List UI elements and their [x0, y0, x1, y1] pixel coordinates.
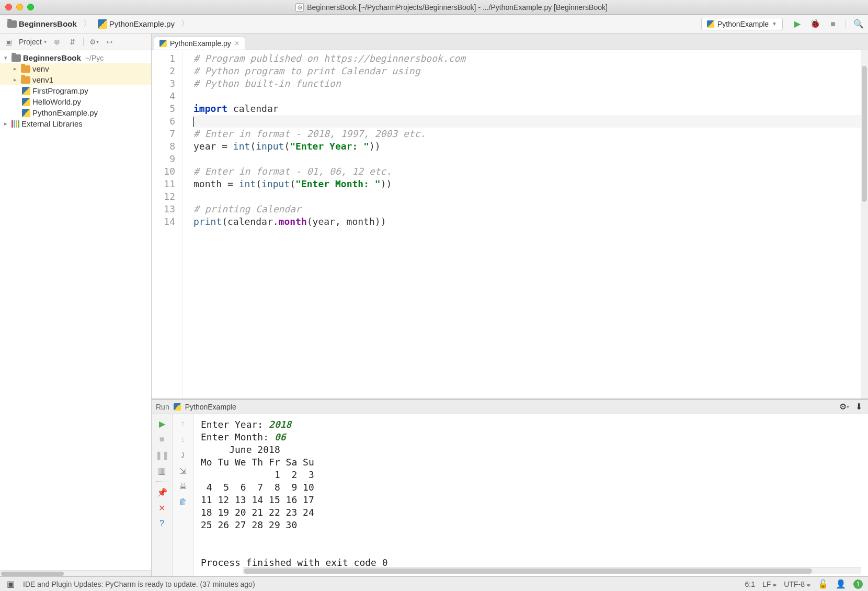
rerun-button[interactable]: ▶ [157, 418, 167, 429]
project-tool-window: ▣ Project▾ ⊕ ⇵ ⚙▾ ↦ ▾ BeginnersBook ~/Py… [0, 33, 152, 576]
editor-tab-pythonexample[interactable]: PythonExample.py ✕ [154, 37, 245, 50]
scroll-from-source-icon[interactable]: ⊕ [52, 37, 62, 47]
run-config-name: PythonExample [717, 20, 769, 28]
tree-folder-venv[interactable]: ▸ venv [0, 63, 151, 74]
titlebar: ◎ BeginnersBook [~/PycharmProjects/Begin… [0, 0, 868, 15]
breadcrumb-project-label: BeginnersBook [19, 19, 77, 28]
tree-external-libraries[interactable]: ▸ External Libraries [0, 118, 151, 129]
window-controls [5, 4, 34, 10]
layout-button[interactable]: ▥ [157, 465, 167, 476]
python-file-icon [159, 40, 167, 47]
python-file-icon [174, 403, 181, 411]
collapse-all-icon[interactable]: ⇵ [67, 37, 78, 47]
lock-icon[interactable]: 🔓 [818, 579, 828, 589]
editor-tab-label: PythonExample.py [170, 39, 231, 48]
run-header-label: Run [156, 403, 169, 411]
up-arrow-icon[interactable]: ↑ [178, 418, 188, 429]
caret-position[interactable]: 6:1 [745, 580, 755, 588]
code-editor[interactable]: 1234567891011121314 # Program published … [152, 50, 868, 399]
breadcrumb-file[interactable]: PythonExample.py [95, 18, 178, 30]
run-header: Run PythonExample ⚙▾ ⬇ [152, 400, 868, 414]
download-icon[interactable]: ⬇ [853, 402, 864, 412]
close-icon[interactable]: ✕ [157, 503, 167, 513]
trash-icon[interactable]: 🗑 [178, 497, 188, 507]
file-encoding[interactable]: UTF-8≑ [784, 580, 810, 588]
maximize-window-button[interactable] [27, 4, 34, 10]
main-area: ▣ Project▾ ⊕ ⇵ ⚙▾ ↦ ▾ BeginnersBook ~/Py… [0, 33, 868, 576]
breadcrumb-separator: 〉 [181, 18, 189, 29]
project-header-label[interactable]: Project▾ [19, 38, 47, 46]
project-view-icon[interactable]: ▣ [3, 37, 14, 47]
gear-icon[interactable]: ⚙▾ [89, 37, 99, 47]
line-separator[interactable]: LF≑ [762, 580, 776, 588]
editor-area: PythonExample.py ✕ 1234567891011121314 #… [152, 33, 868, 399]
line-gutter[interactable]: 1234567891011121314 [152, 50, 183, 399]
python-file-icon [22, 98, 30, 106]
inspector-icon[interactable]: 👤 [836, 579, 846, 589]
expand-arrow-icon[interactable]: ▸ [2, 120, 9, 127]
folder-icon [21, 65, 30, 73]
project-header: ▣ Project▾ ⊕ ⇵ ⚙▾ ↦ [0, 33, 151, 50]
status-bar: ▣ IDE and Plugin Updates: PyCharm is rea… [0, 576, 868, 591]
close-tab-icon[interactable]: ✕ [234, 40, 239, 47]
expand-arrow-icon[interactable]: ▾ [2, 54, 9, 61]
text-cursor [193, 117, 194, 127]
run-tool-window: Run PythonExample ⚙▾ ⬇ ▶ ■ ❚❚ ▥ 📌 ✕ ? [152, 399, 868, 576]
tree-file-firstprogram[interactable]: FirstProgram.py [0, 85, 151, 96]
search-everywhere-button[interactable]: 🔍 [853, 19, 864, 29]
folder-icon [21, 76, 30, 84]
soft-wrap-icon[interactable]: ⤸ [178, 450, 188, 460]
breadcrumb-separator: 〉 [83, 18, 92, 29]
event-log-badge[interactable]: 1 [853, 579, 863, 589]
sidebar-horizontal-scrollbar[interactable] [0, 570, 151, 576]
pause-button[interactable]: ❚❚ [157, 450, 167, 460]
tree-root[interactable]: ▾ BeginnersBook ~/Pyc [0, 52, 151, 63]
breadcrumb-file-label: PythonExample.py [109, 19, 175, 28]
code-content[interactable]: # Program published on https://beginners… [183, 50, 861, 399]
window-title: ◎ BeginnersBook [~/PycharmProjects/Begin… [40, 3, 863, 12]
navigation-bar: BeginnersBook 〉 PythonExample.py 〉 Pytho… [0, 15, 868, 33]
editor-vertical-scrollbar[interactable] [861, 50, 868, 399]
console-horizontal-scrollbar[interactable] [243, 567, 861, 574]
scroll-to-end-icon[interactable]: ⇲ [178, 465, 188, 476]
help-icon[interactable]: ? [157, 518, 167, 529]
console-output[interactable]: Enter Year: 2018 Enter Month: 06 June 20… [193, 414, 868, 567]
stop-button[interactable]: ■ [828, 19, 838, 29]
run-config-name: PythonExample [185, 403, 236, 411]
python-file-icon [98, 19, 107, 29]
expand-arrow-icon[interactable]: ▸ [12, 76, 19, 83]
breadcrumb-project[interactable]: BeginnersBook [4, 18, 80, 29]
expand-arrow-icon[interactable]: ▸ [12, 65, 19, 72]
gear-icon[interactable]: ⚙▾ [839, 402, 849, 412]
run-configuration-selector[interactable]: PythonExample ▼ [701, 18, 783, 30]
project-tree[interactable]: ▾ BeginnersBook ~/Pyc ▸ venv ▸ venv1 Fir… [0, 50, 151, 570]
print-icon[interactable]: 🖶 [178, 481, 188, 492]
debug-button[interactable]: 🐞 [810, 19, 820, 29]
tree-file-pythonexample[interactable]: PythonExample.py [0, 107, 151, 118]
python-file-icon [22, 87, 30, 95]
run-button[interactable]: ▶ [792, 19, 803, 29]
stop-button[interactable]: ■ [157, 434, 167, 445]
chevron-down-icon: ▼ [772, 21, 777, 27]
python-file-icon [22, 109, 30, 117]
run-side-toolbar: ▶ ■ ❚❚ ▥ 📌 ✕ ? [152, 414, 173, 576]
minimize-window-button[interactable] [16, 4, 23, 10]
folder-icon [12, 54, 21, 62]
close-window-button[interactable] [5, 4, 12, 10]
folder-icon [7, 20, 17, 28]
pycharm-icon: ◎ [295, 3, 304, 12]
hide-icon[interactable]: ↦ [105, 37, 115, 47]
pin-icon[interactable]: 📌 [157, 487, 167, 497]
python-file-icon [707, 20, 714, 28]
tree-folder-venv1[interactable]: ▸ venv1 [0, 74, 151, 85]
window-title-text: BeginnersBook [~/PycharmProjects/Beginne… [307, 3, 608, 12]
library-icon [12, 120, 19, 128]
status-message[interactable]: IDE and Plugin Updates: PyCharm is ready… [23, 580, 255, 588]
tool-window-toggle-icon[interactable]: ▣ [5, 579, 16, 589]
down-arrow-icon[interactable]: ↓ [178, 434, 188, 445]
tree-file-helloworld[interactable]: HelloWorld.py [0, 96, 151, 107]
run-output-toolbar: ↑ ↓ ⤸ ⇲ 🖶 🗑 [173, 414, 193, 576]
editor-tabs: PythonExample.py ✕ [152, 33, 868, 50]
